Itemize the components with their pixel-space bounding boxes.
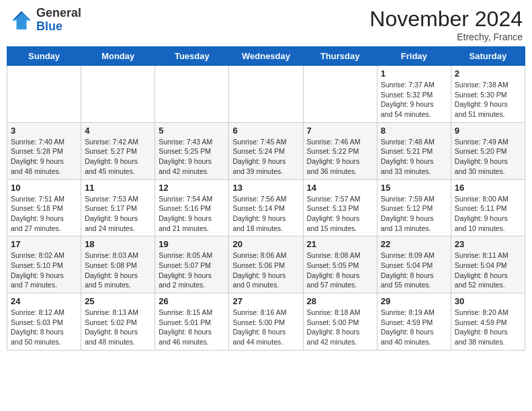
location: Etrechy, France	[369, 32, 523, 42]
day-detail: Sunrise: 7:51 AM Sunset: 5:18 PM Dayligh…	[11, 194, 77, 234]
calendar-cell: 8Sunrise: 7:48 AM Sunset: 5:21 PM Daylig…	[377, 122, 451, 179]
day-number: 24	[11, 296, 77, 306]
day-number: 25	[85, 296, 151, 306]
calendar-cell	[155, 66, 229, 123]
day-detail: Sunrise: 8:11 AM Sunset: 5:04 PM Dayligh…	[455, 250, 521, 290]
weekday-header-wednesday: Wednesday	[229, 47, 303, 66]
day-number: 6	[232, 126, 299, 136]
day-number: 30	[455, 296, 521, 306]
calendar-cell: 3Sunrise: 7:40 AM Sunset: 5:28 PM Daylig…	[7, 122, 81, 179]
calendar-cell: 15Sunrise: 7:59 AM Sunset: 5:12 PM Dayli…	[377, 179, 451, 236]
calendar-cell: 14Sunrise: 7:57 AM Sunset: 5:13 PM Dayli…	[303, 179, 377, 236]
weekday-header-sunday: Sunday	[7, 47, 81, 66]
weekday-header-thursday: Thursday	[303, 47, 377, 66]
calendar-header: SundayMondayTuesdayWednesdayThursdayFrid…	[7, 47, 525, 66]
day-detail: Sunrise: 7:54 AM Sunset: 5:16 PM Dayligh…	[159, 194, 225, 234]
calendar-cell: 13Sunrise: 7:56 AM Sunset: 5:14 PM Dayli…	[229, 179, 303, 236]
day-number: 29	[381, 296, 447, 306]
day-detail: Sunrise: 7:37 AM Sunset: 5:32 PM Dayligh…	[381, 80, 447, 120]
day-detail: Sunrise: 8:03 AM Sunset: 5:08 PM Dayligh…	[85, 250, 151, 290]
calendar-body: 1Sunrise: 7:37 AM Sunset: 5:32 PM Daylig…	[7, 66, 525, 351]
calendar-cell: 11Sunrise: 7:53 AM Sunset: 5:17 PM Dayli…	[81, 179, 155, 236]
weekday-header-row: SundayMondayTuesdayWednesdayThursdayFrid…	[7, 47, 525, 66]
day-detail: Sunrise: 8:13 AM Sunset: 5:02 PM Dayligh…	[85, 308, 151, 347]
logo: General Blue	[9, 7, 81, 34]
day-detail: Sunrise: 8:12 AM Sunset: 5:03 PM Dayligh…	[11, 308, 77, 347]
title-area: November 2024 Etrechy, France	[369, 7, 523, 42]
day-detail: Sunrise: 8:18 AM Sunset: 5:00 PM Dayligh…	[307, 308, 373, 347]
day-detail: Sunrise: 8:02 AM Sunset: 5:10 PM Dayligh…	[11, 250, 77, 290]
day-number: 12	[159, 183, 225, 193]
logo-blue: Blue	[36, 20, 81, 34]
calendar-cell: 4Sunrise: 7:42 AM Sunset: 5:27 PM Daylig…	[81, 122, 155, 179]
day-number: 21	[307, 239, 373, 249]
logo-text: General Blue	[36, 7, 81, 34]
calendar-week-row: 1Sunrise: 7:37 AM Sunset: 5:32 PM Daylig…	[7, 66, 525, 123]
day-number: 19	[159, 239, 225, 249]
calendar-cell	[229, 66, 303, 123]
calendar-cell: 19Sunrise: 8:05 AM Sunset: 5:07 PM Dayli…	[155, 236, 229, 293]
day-number: 9	[455, 126, 521, 136]
calendar-cell: 12Sunrise: 7:54 AM Sunset: 5:16 PM Dayli…	[155, 179, 229, 236]
day-detail: Sunrise: 7:46 AM Sunset: 5:22 PM Dayligh…	[307, 137, 373, 177]
calendar-cell: 1Sunrise: 7:37 AM Sunset: 5:32 PM Daylig…	[377, 66, 451, 123]
day-detail: Sunrise: 7:43 AM Sunset: 5:25 PM Dayligh…	[159, 137, 225, 177]
day-number: 13	[232, 183, 299, 193]
day-detail: Sunrise: 7:59 AM Sunset: 5:12 PM Dayligh…	[381, 194, 447, 234]
calendar-cell: 2Sunrise: 7:38 AM Sunset: 5:30 PM Daylig…	[451, 66, 525, 123]
day-number: 14	[307, 183, 373, 193]
day-detail: Sunrise: 7:48 AM Sunset: 5:21 PM Dayligh…	[381, 137, 447, 177]
calendar-cell: 17Sunrise: 8:02 AM Sunset: 5:10 PM Dayli…	[7, 236, 81, 293]
day-detail: Sunrise: 7:45 AM Sunset: 5:24 PM Dayligh…	[232, 137, 299, 177]
calendar-cell: 28Sunrise: 8:18 AM Sunset: 5:00 PM Dayli…	[303, 293, 377, 351]
calendar-cell	[81, 66, 155, 123]
day-detail: Sunrise: 8:16 AM Sunset: 5:00 PM Dayligh…	[232, 308, 299, 347]
logo-icon	[9, 8, 34, 32]
day-detail: Sunrise: 7:38 AM Sunset: 5:30 PM Dayligh…	[455, 80, 521, 120]
calendar-cell: 30Sunrise: 8:20 AM Sunset: 4:59 PM Dayli…	[451, 293, 525, 351]
calendar-cell: 22Sunrise: 8:09 AM Sunset: 5:04 PM Dayli…	[377, 236, 451, 293]
logo-general: General	[36, 7, 81, 20]
day-detail: Sunrise: 8:09 AM Sunset: 5:04 PM Dayligh…	[381, 250, 447, 290]
calendar-week-row: 17Sunrise: 8:02 AM Sunset: 5:10 PM Dayli…	[7, 236, 525, 293]
day-detail: Sunrise: 8:15 AM Sunset: 5:01 PM Dayligh…	[159, 308, 225, 347]
day-detail: Sunrise: 8:00 AM Sunset: 5:11 PM Dayligh…	[455, 194, 521, 234]
day-number: 15	[381, 183, 447, 193]
day-number: 18	[85, 239, 151, 249]
calendar-cell: 26Sunrise: 8:15 AM Sunset: 5:01 PM Dayli…	[155, 293, 229, 351]
calendar-cell	[7, 66, 81, 123]
calendar-cell	[303, 66, 377, 123]
day-detail: Sunrise: 8:06 AM Sunset: 5:06 PM Dayligh…	[232, 250, 299, 290]
day-number: 23	[455, 239, 521, 249]
day-detail: Sunrise: 8:20 AM Sunset: 4:59 PM Dayligh…	[455, 308, 521, 347]
day-number: 4	[85, 126, 151, 136]
day-detail: Sunrise: 7:56 AM Sunset: 5:14 PM Dayligh…	[232, 194, 299, 234]
calendar-week-row: 10Sunrise: 7:51 AM Sunset: 5:18 PM Dayli…	[7, 179, 525, 236]
day-number: 7	[307, 126, 373, 136]
calendar-cell: 6Sunrise: 7:45 AM Sunset: 5:24 PM Daylig…	[229, 122, 303, 179]
day-number: 17	[11, 239, 77, 249]
header: General Blue November 2024 Etrechy, Fran…	[7, 7, 525, 42]
calendar-cell: 24Sunrise: 8:12 AM Sunset: 5:03 PM Dayli…	[7, 293, 81, 351]
day-number: 26	[159, 296, 225, 306]
weekday-header-tuesday: Tuesday	[155, 47, 229, 66]
day-number: 10	[11, 183, 77, 193]
calendar-cell: 16Sunrise: 8:00 AM Sunset: 5:11 PM Dayli…	[451, 179, 525, 236]
calendar-table: SundayMondayTuesdayWednesdayThursdayFrid…	[7, 46, 525, 351]
weekday-header-saturday: Saturday	[451, 47, 525, 66]
calendar-cell: 29Sunrise: 8:19 AM Sunset: 4:59 PM Dayli…	[377, 293, 451, 351]
day-number: 1	[381, 68, 447, 79]
day-number: 28	[307, 296, 373, 306]
day-detail: Sunrise: 8:19 AM Sunset: 4:59 PM Dayligh…	[381, 308, 447, 347]
calendar-cell: 5Sunrise: 7:43 AM Sunset: 5:25 PM Daylig…	[155, 122, 229, 179]
day-detail: Sunrise: 7:40 AM Sunset: 5:28 PM Dayligh…	[11, 137, 77, 177]
day-detail: Sunrise: 7:57 AM Sunset: 5:13 PM Dayligh…	[307, 194, 373, 234]
calendar-cell: 27Sunrise: 8:16 AM Sunset: 5:00 PM Dayli…	[229, 293, 303, 351]
day-detail: Sunrise: 7:53 AM Sunset: 5:17 PM Dayligh…	[85, 194, 151, 234]
weekday-header-monday: Monday	[81, 47, 155, 66]
calendar-cell: 25Sunrise: 8:13 AM Sunset: 5:02 PM Dayli…	[81, 293, 155, 351]
weekday-header-friday: Friday	[377, 47, 451, 66]
day-detail: Sunrise: 8:08 AM Sunset: 5:05 PM Dayligh…	[307, 250, 373, 290]
calendar-cell: 10Sunrise: 7:51 AM Sunset: 5:18 PM Dayli…	[7, 179, 81, 236]
calendar-cell: 18Sunrise: 8:03 AM Sunset: 5:08 PM Dayli…	[81, 236, 155, 293]
